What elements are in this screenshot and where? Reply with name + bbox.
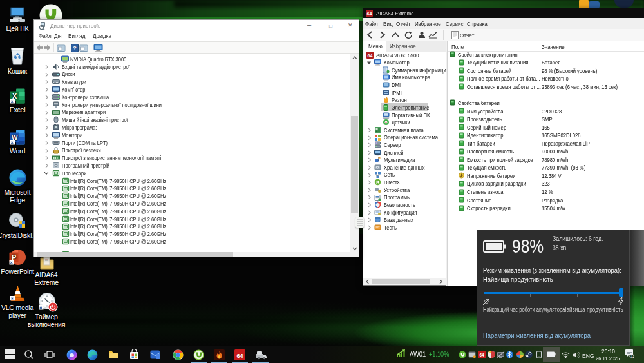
svg-text:1: 1 bbox=[630, 354, 633, 358]
svg-text:64: 64 bbox=[368, 53, 373, 57]
svg-text:64: 64 bbox=[479, 353, 484, 357]
svg-text:64: 64 bbox=[236, 353, 243, 359]
svg-text:?: ? bbox=[73, 45, 77, 52]
svg-text:64: 64 bbox=[367, 12, 372, 16]
